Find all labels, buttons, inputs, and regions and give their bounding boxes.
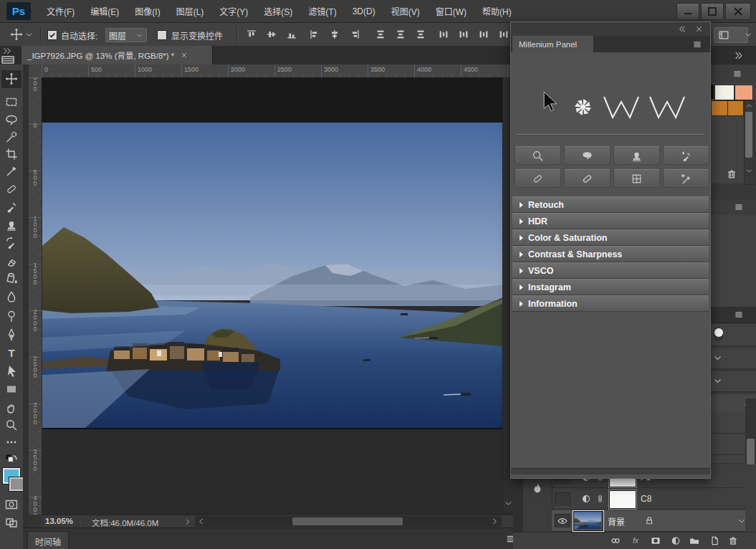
row-chevron-icon[interactable] [737,516,747,526]
dock-expand-icon[interactable] [2,47,12,54]
align-middle-icon[interactable] [265,28,278,41]
screen-mode-icon[interactable] [4,515,19,530]
tool-button-blur-brush[interactable] [663,146,709,165]
menu-item-window[interactable]: 窗口(W) [428,5,474,17]
section-information[interactable]: Information [512,295,709,312]
tool-button-healing[interactable] [564,169,611,188]
distribute-center-icon[interactable] [457,28,470,41]
pen-tool[interactable] [4,328,19,342]
path-selection-tool[interactable] [4,364,19,378]
flame-icon[interactable] [530,482,545,497]
canvas-area[interactable] [42,77,513,515]
section-vsco[interactable]: VSCO [512,262,709,279]
rectangle-tool[interactable] [4,382,19,396]
chevron-down-icon[interactable] [712,353,723,363]
section-contrast-sharpness[interactable]: Contrast & Sharpness [512,246,709,262]
auto-select-dropdown[interactable]: 图层 [105,28,147,42]
section-instagram[interactable]: Instagram [512,279,709,295]
menu-item-select[interactable]: 选择(S) [256,5,300,17]
background-color[interactable] [9,477,24,491]
distribute-left-icon[interactable] [437,28,450,41]
toggle-knob[interactable] [714,328,723,337]
properties-dropdown-2[interactable] [711,371,756,392]
menu-item-layer[interactable]: 图层(L) [168,5,212,17]
swatches-scrollbar[interactable] [744,100,755,185]
scroll-up-icon[interactable] [745,102,753,110]
hscroll-thumb[interactable] [292,517,403,525]
distribute-middle-icon[interactable] [394,28,407,41]
menu-item-edit[interactable]: 编辑(E) [82,5,127,17]
ruler-corner[interactable] [29,65,42,78]
dock-collapse-icon[interactable] [734,50,745,61]
eye-icon[interactable] [556,515,569,527]
paint-bucket-tool[interactable] [4,272,19,286]
canvas-hscrollbar[interactable] [195,516,502,527]
distribute-bottom-icon[interactable] [414,28,427,41]
layer-name[interactable]: C8 [641,494,651,504]
close-button[interactable] [725,3,751,20]
scroll-right-icon[interactable] [490,517,499,526]
panel-menu-icon[interactable] [732,310,745,320]
scroll-down-icon[interactable] [745,167,753,175]
show-transform-checkbox[interactable] [157,30,167,40]
menu-item-file[interactable]: 文件(F) [39,5,82,17]
millenium-tab[interactable]: Millenium Panel [512,36,593,52]
layer-name[interactable]: 背景 [608,515,625,527]
blur-tool[interactable] [4,290,19,304]
zoom-tool[interactable] [4,418,19,432]
align-bottom-icon[interactable] [285,28,298,41]
document-tab[interactable]: _IGP7926.JPG @ 13% (背景, RGB/8*) * [21,46,213,65]
hand-tool[interactable] [4,401,19,415]
swatch-orange-1[interactable] [711,100,728,116]
crop-tool[interactable] [4,147,19,161]
link-layers-icon[interactable] [609,535,622,547]
quick-mask-icon[interactable] [4,497,19,512]
workspace-chevron-icon[interactable] [744,30,753,39]
status-expand-icon[interactable] [183,517,192,526]
tool-button-texture[interactable] [613,169,660,188]
new-layer-icon[interactable] [708,535,721,547]
scroll-left-icon[interactable] [196,517,206,526]
tool-presets-icon[interactable] [1,56,14,64]
swatch-white[interactable] [714,85,735,100]
menu-item-filter[interactable]: 滤镜(T) [300,5,344,17]
move-tool[interactable] [4,72,19,86]
properties-dropdown-1[interactable] [711,348,756,369]
tool-preset-chevron-icon[interactable] [24,30,34,39]
visibility-well[interactable] [555,514,570,528]
panel-menu-icon[interactable] [690,39,704,49]
menu-item-view[interactable]: 视图(V) [383,5,428,17]
swatch-peach[interactable] [735,85,753,100]
section-color-saturation[interactable]: Color & Saturation [512,229,709,246]
align-center-icon[interactable] [328,28,341,41]
swatch-orange-2[interactable] [727,100,744,116]
marquee-tool[interactable] [4,95,19,109]
menu-item-3d[interactable]: 3D(D) [345,6,383,16]
panel-menu-icon[interactable] [732,202,745,212]
move-tool-option-icon[interactable] [9,27,24,42]
adjustment-layer-button-icon[interactable] [669,535,682,547]
timeline-tab[interactable]: 时间轴 [27,531,69,549]
close-panel-icon[interactable] [694,24,704,34]
distribute-top-icon[interactable] [374,28,387,41]
visibility-well[interactable] [555,492,570,507]
edit-toolbar-icon[interactable] [4,435,19,449]
section-retouch[interactable]: Retouch [512,196,709,213]
scroll-thumb[interactable] [745,112,752,158]
clone-stamp-tool[interactable] [4,218,19,232]
workspace-switcher[interactable] [714,27,748,43]
lasso-tool[interactable] [4,113,19,127]
quick-selection-tool[interactable] [4,130,19,144]
history-brush-tool[interactable] [4,236,19,250]
distribute-right-icon[interactable] [477,28,490,41]
healing-brush-tool[interactable] [4,182,19,196]
layer-thumbnail[interactable] [573,511,603,531]
layer-row-background[interactable]: 背景 [552,510,745,532]
properties-row-toggle[interactable] [711,324,756,346]
collapse-panel-icon[interactable] [677,24,686,34]
adjustments-panel-header[interactable] [711,307,756,323]
menu-item-help[interactable]: 帮助(H) [474,5,520,17]
maximize-button[interactable] [701,3,724,20]
chevron-down-icon[interactable] [712,376,723,386]
tool-button-stamp[interactable] [613,146,660,165]
